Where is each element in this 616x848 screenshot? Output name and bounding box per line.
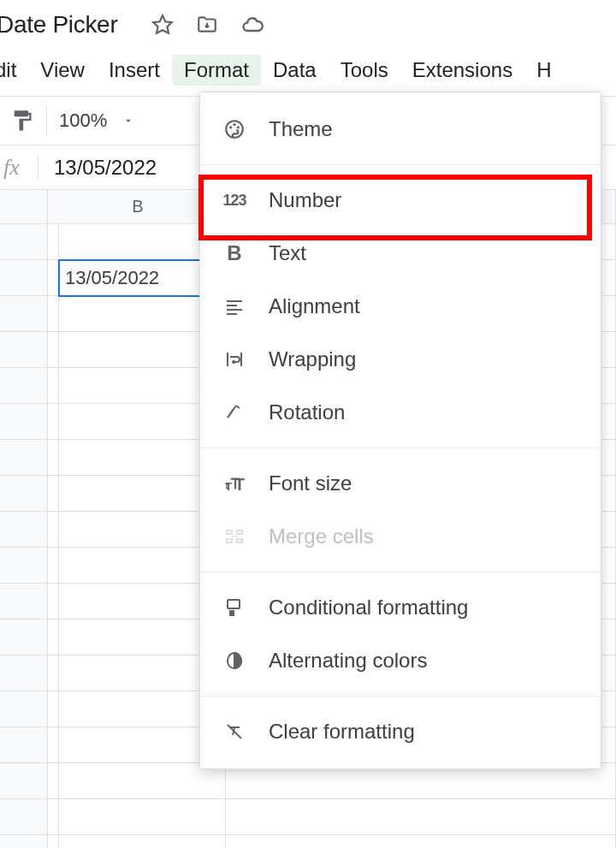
formula-value[interactable]: 13/05/2022 xyxy=(54,156,157,180)
format-dropdown: Theme 123 Number B Text Alignment Wrappi… xyxy=(199,92,601,769)
move-icon[interactable] xyxy=(196,14,218,36)
title-row: Date Picker xyxy=(0,0,616,43)
menu-bar: dit View Insert Format Data Tools Extens… xyxy=(0,43,616,96)
cell[interactable] xyxy=(48,368,59,404)
format-merge-cells: Merge cells xyxy=(200,510,601,563)
row-header[interactable] xyxy=(0,512,48,548)
format-merge-cells-label: Merge cells xyxy=(269,525,374,549)
cell[interactable] xyxy=(48,440,59,476)
format-rotation-label: Rotation xyxy=(269,400,345,424)
row-header[interactable] xyxy=(0,404,48,440)
svg-text:T: T xyxy=(225,480,232,493)
menu-edit[interactable]: dit xyxy=(0,55,28,86)
alternating-colors-icon xyxy=(221,647,248,674)
cell[interactable] xyxy=(59,799,226,835)
svg-rect-6 xyxy=(227,305,237,306)
font-size-icon: TT xyxy=(221,470,248,497)
row-header[interactable] xyxy=(0,296,48,332)
dropdown-divider xyxy=(200,696,601,697)
format-conditional-formatting-label: Conditional formatting xyxy=(269,596,468,620)
format-number[interactable]: 123 Number xyxy=(200,174,601,227)
row-header[interactable] xyxy=(0,440,48,476)
document-title[interactable]: Date Picker xyxy=(0,11,117,39)
row-header-2[interactable] xyxy=(0,260,48,296)
select-all-corner[interactable] xyxy=(0,190,48,224)
format-alternating-colors-label: Alternating colors xyxy=(269,649,427,673)
cell[interactable] xyxy=(48,584,59,620)
format-alignment[interactable]: Alignment xyxy=(200,280,601,333)
menu-view[interactable]: View xyxy=(28,55,97,86)
row-header[interactable] xyxy=(0,691,48,727)
format-clear-formatting[interactable]: Clear formatting xyxy=(200,705,601,758)
column-header-b[interactable]: B xyxy=(55,190,222,224)
title-icons xyxy=(151,13,264,37)
menu-help[interactable]: H xyxy=(524,55,551,86)
row-header[interactable] xyxy=(0,476,48,512)
star-icon[interactable] xyxy=(151,14,174,36)
cell[interactable] xyxy=(48,332,59,368)
format-alternating-colors[interactable]: Alternating colors xyxy=(200,634,601,687)
menu-data[interactable]: Data xyxy=(261,55,329,86)
cell[interactable] xyxy=(226,799,616,835)
cell[interactable] xyxy=(48,763,59,799)
format-font-size-label: Font size xyxy=(269,471,352,495)
row-header[interactable] xyxy=(0,368,48,404)
cell[interactable] xyxy=(48,404,59,440)
dropdown-divider xyxy=(200,448,601,448)
row xyxy=(0,799,616,835)
theme-icon xyxy=(221,116,248,143)
svg-point-2 xyxy=(229,126,232,128)
column-header-a-partial[interactable] xyxy=(48,190,55,224)
format-rotation[interactable]: Rotation xyxy=(200,386,601,439)
cell[interactable] xyxy=(59,835,226,848)
cell[interactable] xyxy=(48,296,59,332)
row-header-1[interactable] xyxy=(0,224,48,260)
merge-cells-icon xyxy=(221,523,248,550)
row-header[interactable] xyxy=(0,799,48,835)
row-header[interactable] xyxy=(0,763,48,799)
format-text[interactable]: B Text xyxy=(200,227,601,280)
cell[interactable] xyxy=(48,727,59,763)
cell[interactable] xyxy=(226,835,616,848)
rotation-icon xyxy=(221,399,248,426)
cell[interactable] xyxy=(48,548,59,584)
zoom-select[interactable]: 100% xyxy=(59,110,134,132)
cell[interactable] xyxy=(48,655,59,691)
dropdown-divider xyxy=(200,164,601,165)
row-header[interactable] xyxy=(0,620,48,655)
format-text-label: Text xyxy=(269,241,306,265)
menu-format[interactable]: Format xyxy=(172,55,261,86)
svg-point-3 xyxy=(233,123,235,126)
format-wrapping[interactable]: Wrapping xyxy=(200,333,601,386)
menu-insert[interactable]: Insert xyxy=(97,55,172,86)
svg-text:T: T xyxy=(234,475,245,494)
number-icon: 123 xyxy=(221,187,248,214)
format-clear-formatting-label: Clear formatting xyxy=(269,720,415,744)
row-header[interactable] xyxy=(0,835,48,848)
menu-extensions[interactable]: Extensions xyxy=(400,55,524,86)
cloud-status-icon[interactable] xyxy=(240,13,264,37)
format-wrapping-label: Wrapping xyxy=(269,347,356,371)
menu-tools[interactable]: Tools xyxy=(329,55,400,86)
row-header[interactable] xyxy=(0,584,48,620)
clear-formatting-icon xyxy=(221,718,248,745)
row-header[interactable] xyxy=(0,548,48,584)
format-conditional-formatting[interactable]: Conditional formatting xyxy=(200,581,601,634)
cell[interactable] xyxy=(48,799,59,835)
conditional-formatting-icon xyxy=(221,594,248,621)
format-font-size[interactable]: TT Font size xyxy=(200,457,601,510)
row-header[interactable] xyxy=(0,332,48,368)
fx-icon: fx xyxy=(0,155,38,181)
cell[interactable] xyxy=(48,620,59,655)
cell[interactable] xyxy=(48,691,59,727)
paint-format-icon[interactable] xyxy=(10,109,34,133)
bold-icon: B xyxy=(221,240,248,267)
cell[interactable] xyxy=(48,224,59,260)
row-header[interactable] xyxy=(0,727,48,763)
format-theme[interactable]: Theme xyxy=(200,103,601,156)
cell[interactable] xyxy=(48,512,59,548)
alignment-icon xyxy=(221,293,248,320)
row-header[interactable] xyxy=(0,655,48,691)
cell[interactable] xyxy=(48,476,59,512)
cell[interactable] xyxy=(48,835,59,848)
